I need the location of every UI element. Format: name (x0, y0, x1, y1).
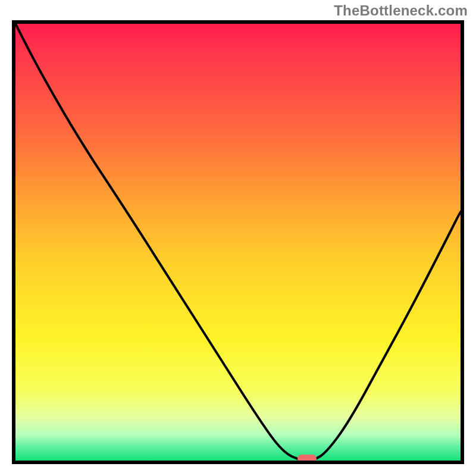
optimal-marker (298, 455, 317, 463)
bottleneck-curve (15, 24, 461, 461)
watermark-text: TheBottleneck.com (334, 2, 468, 19)
plot-frame (12, 20, 464, 464)
chart-container: TheBottleneck.com (0, 0, 476, 476)
